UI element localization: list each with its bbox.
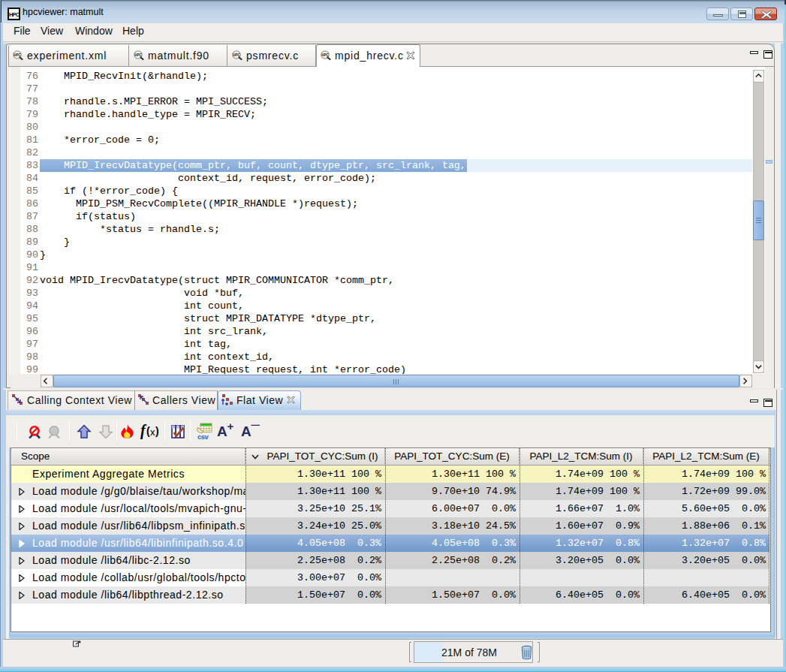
svg-text:HPC: HPC (233, 53, 240, 57)
svg-text:HPC: HPC (321, 53, 329, 57)
svg-text:HPC: HPC (14, 53, 21, 57)
svg-text:HPC: HPC (134, 53, 142, 57)
svg-text:csv: csv (197, 432, 209, 440)
